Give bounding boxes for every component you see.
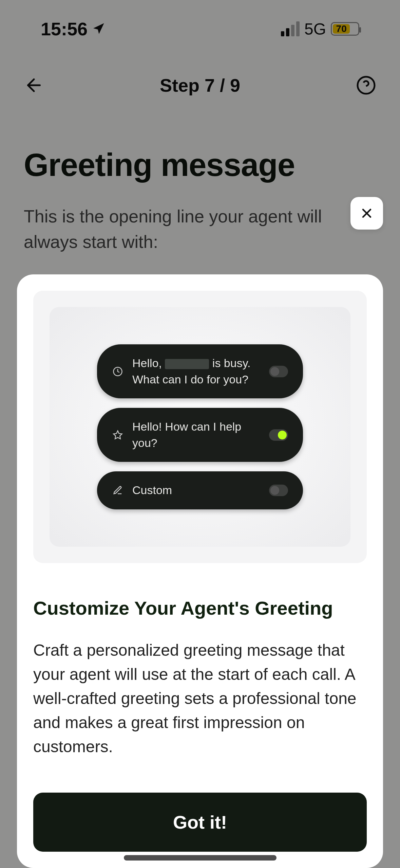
greeting-option-label: Custom	[132, 482, 260, 499]
greeting-option-hello: Hello! How can I help you?	[97, 408, 303, 462]
onboarding-modal: Hello, is busy. What can I do for you? H…	[17, 274, 383, 868]
star-icon	[112, 430, 123, 440]
toggle-off	[269, 366, 288, 377]
modal-title: Customize Your Agent's Greeting	[33, 597, 367, 619]
greeting-option-custom: Custom	[97, 471, 303, 509]
svg-marker-6	[114, 431, 122, 439]
illustration-frame: Hello, is busy. What can I do for you? H…	[33, 291, 367, 563]
modal-body: Craft a personalized greeting message th…	[33, 638, 367, 759]
redacted-name	[165, 359, 209, 369]
greeting-option-busy: Hello, is busy. What can I do for you?	[97, 344, 303, 398]
greeting-option-label: Hello, is busy. What can I do for you?	[132, 355, 260, 387]
illustration: Hello, is busy. What can I do for you? H…	[50, 307, 350, 547]
close-button[interactable]	[350, 197, 383, 230]
home-indicator	[124, 855, 277, 861]
edit-icon	[112, 485, 123, 495]
greeting-option-label: Hello! How can I help you?	[132, 419, 260, 451]
toggle-on	[269, 429, 288, 441]
got-it-button[interactable]: Got it!	[33, 793, 367, 852]
close-icon	[359, 206, 374, 221]
toggle-off	[269, 485, 288, 496]
clock-icon	[112, 366, 123, 377]
